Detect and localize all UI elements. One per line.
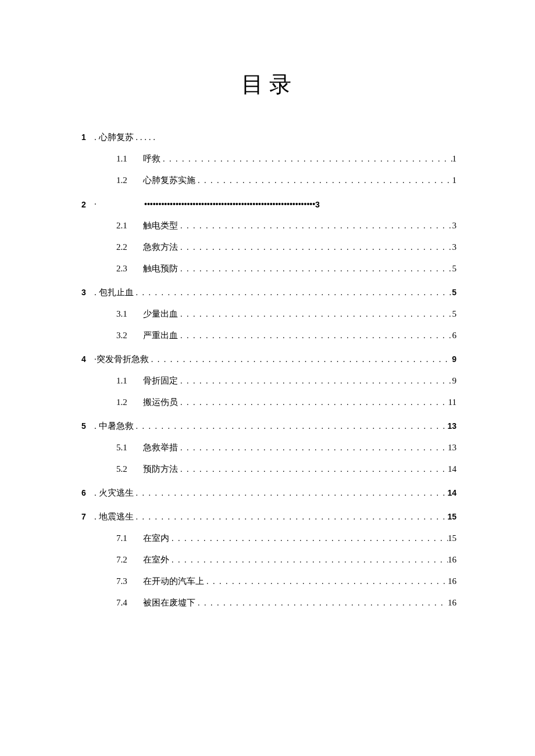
subsection-title: 严重出血 [143, 331, 178, 340]
toc-subsection: 2.1 触电类型 . . . . . . . . . . . . . . . .… [81, 221, 456, 230]
page-number: 16 [448, 577, 456, 586]
page-number: 16 [448, 556, 456, 564]
subsection-number: 7.4 [116, 599, 143, 607]
section-number: 3 [81, 288, 94, 296]
subsection-title: 在室外 [143, 556, 169, 564]
subsection-title: 触电类型 [143, 221, 178, 230]
page-number: 3 [452, 221, 457, 230]
subsection-number: 1.1 [116, 155, 143, 163]
leader-dots: . . . . . . . . . . . . . . . . . . . . … [160, 155, 452, 163]
leader-dots: . . . . . . . . . . . . . . . . . . . . … [178, 465, 448, 474]
subsection-title: 少量出血 [143, 310, 178, 318]
section-title: . 包扎止血 [94, 288, 134, 297]
page-number: 1 [452, 155, 457, 163]
leader-dots: . . . . . . . . . . . . . . . . . . . . … [178, 444, 448, 452]
document-page: 目录 1 . 心肺复苏 . . . . . . . . . . . . . . … [0, 0, 535, 607]
subsection-number: 5.2 [116, 465, 143, 474]
page-number: 15 [447, 513, 456, 521]
leader-dots: . . . . . . . . . . . . . . . . . . . . … [134, 422, 448, 431]
toc-subsection: 3.2 严重出血 . . . . . . . . . . . . . . . .… [81, 331, 456, 340]
page-number: 9 [452, 377, 457, 385]
subsection-number: 3.2 [116, 331, 143, 340]
subsection-title: 被困在废墟下 [143, 599, 195, 607]
toc-section: 1 . 心肺复苏 . . . . . . . . . . . . . . . .… [81, 133, 456, 142]
page-number: 14 [448, 465, 456, 474]
toc-section: 3 . 包扎止血 . . . . . . . . . . . . . . . .… [81, 288, 456, 297]
subsection-number: 3.1 [116, 310, 143, 318]
page-number: 16 [448, 599, 456, 607]
leader-dots: . . . . . . . . . . . . . . . . . . . . … [134, 489, 448, 497]
page-number: 13 [447, 422, 456, 430]
leader-dots: . . . . . . . . . . . . . . . . . . . . … [178, 332, 452, 340]
table-of-contents: 1 . 心肺复苏 . . . . . . . . . . . . . . . .… [81, 133, 456, 607]
toc-section: 7 . 地震逃生 . . . . . . . . . . . . . . . .… [81, 513, 456, 521]
subsection-number: 1.2 [116, 398, 143, 407]
subsection-title: 急救举措 [143, 443, 178, 452]
subsection-title: 心肺复苏实施 [143, 176, 195, 185]
subsection-number: 7.1 [116, 534, 143, 543]
subsection-title: 骨折固定 [143, 377, 178, 385]
section-title: . 心肺复苏 . . . . . [94, 133, 155, 142]
leader-dots: ••••••••••••••••••••••••••••••••••••••••… [142, 200, 315, 209]
subsection-number: 2.1 [116, 221, 143, 230]
section-title: . 中暑急救 [94, 422, 134, 431]
leader-dots: . . . . . . . . . . . . . . . . . . . . … [169, 556, 448, 564]
section-title: ·突发骨折急救 [94, 355, 149, 364]
subsection-title: 搬运伤员 [143, 398, 178, 407]
page-number: 15 [448, 534, 456, 543]
subsection-title: 在开动的汽车上 [143, 577, 204, 586]
leader-dots: . . . . . . . . . . . . . . . . . . . . … [178, 310, 452, 318]
page-number: 5 [452, 310, 457, 318]
toc-subsection: 3.1 少量出血 . . . . . . . . . . . . . . . .… [81, 310, 456, 318]
page-title: 目录 [81, 70, 456, 99]
subsection-number: 7.3 [116, 577, 143, 586]
subsection-title: 呼救 [143, 155, 160, 163]
page-number: 3 [452, 243, 457, 252]
toc-section: 6 . 火灾逃生 . . . . . . . . . . . . . . . .… [81, 489, 456, 497]
section-number: 7 [81, 513, 94, 521]
toc-subsection: 7.4 被困在废墟下 . . . . . . . . . . . . . . .… [81, 599, 456, 607]
toc-subsection: 1.1 呼救 . . . . . . . . . . . . . . . . .… [81, 155, 456, 163]
leader-dots: . . . . . . . . . . . . . . . . . . . . … [178, 265, 452, 273]
section-title: . 地震逃生 [94, 513, 134, 521]
page-number: 14 [447, 489, 456, 497]
leader-dots: . . . . . . . . . . . . . . . . . . . . … [195, 599, 448, 607]
toc-subsection: 1.2 搬运伤员 . . . . . . . . . . . . . . . .… [81, 398, 456, 407]
toc-subsection: 7.2 在室外 . . . . . . . . . . . . . . . . … [81, 556, 456, 564]
section-number: 1 [81, 133, 94, 141]
page-number: 3 [315, 200, 320, 209]
subsection-title: 在室内 [143, 534, 169, 543]
toc-section: 4 ·突发骨折急救 . . . . . . . . . . . . . . . … [81, 355, 456, 364]
leader-dots: . . . . . . . . . . . . . . . . . . . . … [134, 513, 448, 521]
toc-subsection: 2.2 急救方法 . . . . . . . . . . . . . . . .… [81, 243, 456, 252]
subsection-number: 7.2 [116, 556, 143, 564]
page-number: 6 [452, 331, 457, 340]
leader-dots: . . . . . . . . . . . . . . . . . . . . … [178, 399, 448, 407]
page-number: 5 [452, 264, 457, 273]
leader-dots: . . . . . . . . . . . . . . . . . . . . … [195, 177, 452, 185]
subsection-title: 急救方法 [143, 243, 178, 252]
leader-dots: . . . . . . . . . . . . . . . . . . . . … [169, 535, 448, 543]
section-number: 4 [81, 355, 94, 363]
section-number: 6 [81, 489, 94, 497]
toc-subsection: 7.1 在室内 . . . . . . . . . . . . . . . . … [81, 534, 456, 543]
subsection-title: 预防方法 [143, 465, 178, 474]
leader-dots: . . . . . . . . . . . . . . . . . . . . … [134, 289, 452, 297]
toc-section: 2 · ••••••••••••••••••••••••••••••••••••… [81, 200, 456, 209]
subsection-number: 2.2 [116, 243, 143, 252]
page-number: 13 [448, 443, 456, 452]
page-number: 11 [448, 398, 456, 407]
subsection-title: 触电预防 [143, 264, 178, 273]
page-number: 9 [452, 355, 456, 363]
subsection-number: 5.1 [116, 443, 143, 452]
leader-dots: . . . . . . . . . . . . . . . . . . . . … [178, 222, 452, 230]
subsection-number: 2.3 [116, 264, 143, 273]
toc-subsection: 1.2 心肺复苏实施 . . . . . . . . . . . . . . .… [81, 176, 456, 185]
subsection-number: 1.2 [116, 176, 143, 185]
section-number: 5 [81, 422, 94, 430]
toc-subsection: 7.3 在开动的汽车上 . . . . . . . . . . . . . . … [81, 577, 456, 586]
toc-subsection: 1.1 骨折固定 . . . . . . . . . . . . . . . .… [81, 377, 456, 385]
section-title: · [94, 200, 142, 209]
leader-dots: . . . . . . . . . . . . . . . . . . . . … [149, 356, 452, 364]
leader-dots: . . . . . . . . . . . . . . . . . . . . … [178, 243, 452, 252]
